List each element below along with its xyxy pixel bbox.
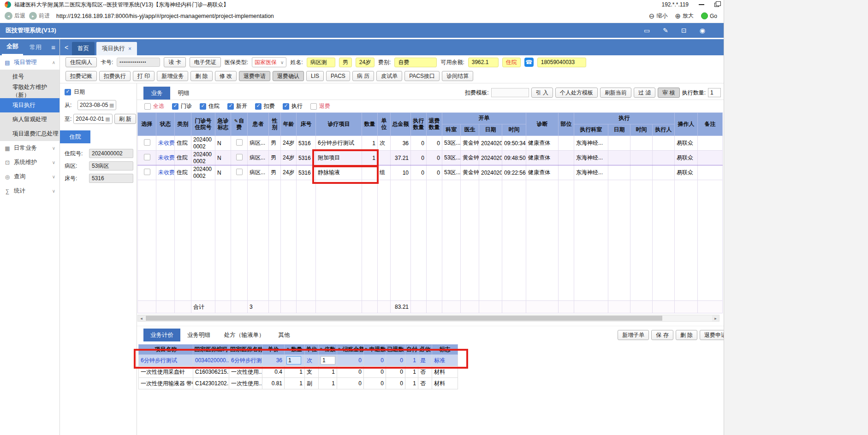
insurance-type-select[interactable]: 国家医保 ∨: [252, 57, 286, 67]
tab-业务明细[interactable]: 业务明细: [180, 329, 217, 341]
detail-row[interactable]: 6分钟步行测试0034020000...6分钟步行测...36次0001是标准: [139, 355, 458, 366]
date-filter-checkbox[interactable]: [65, 89, 71, 95]
go-button[interactable]: Go: [701, 12, 717, 19]
personal-template-button[interactable]: 个人处方模板: [555, 88, 598, 98]
refresh-current-button[interactable]: 刷新当前: [600, 88, 631, 98]
toolbar-button-打印[interactable]: 打 印: [133, 71, 155, 81]
toolbar-button-修改[interactable]: 修 改: [215, 71, 237, 81]
multiplier-input[interactable]: [321, 356, 335, 364]
audit-button[interactable]: 审 核: [658, 88, 679, 98]
toolbar-button-PACS[interactable]: PACS: [326, 71, 350, 81]
checkbox-icon[interactable]: [255, 103, 262, 110]
close-icon[interactable]: ×: [128, 46, 131, 52]
toolbar-button-皮试单[interactable]: 皮试单: [376, 71, 402, 81]
scroll-left-arrow-icon[interactable]: ◂: [138, 315, 145, 321]
filter-button[interactable]: 过 滤: [634, 88, 655, 98]
detail-button-退费申请[interactable]: 退费申请: [700, 330, 724, 340]
toolbar-button-退费确认[interactable]: 退费确认: [273, 71, 304, 81]
date-from-input[interactable]: [80, 102, 109, 108]
read-card-button[interactable]: 读 卡: [164, 57, 185, 67]
filter-checkbox-执行[interactable]: 执行: [283, 102, 303, 110]
filter-checkbox-新开[interactable]: 新开: [227, 102, 247, 110]
card-number-input[interactable]: [117, 58, 160, 67]
detail-button-删除[interactable]: 删 除: [676, 330, 697, 340]
date-to-input[interactable]: [76, 116, 105, 122]
calendar-icon[interactable]: ▦: [109, 102, 114, 108]
checkbox-icon[interactable]: [310, 103, 317, 110]
sidebar-item-零散处方维护（新）[interactable]: 零散处方维护（新）: [0, 84, 59, 98]
grid-row[interactable]: 未收费住院2024000002N病区...男24岁53166分钟步行测试1次36…: [138, 136, 723, 151]
toolbar-button-扣费记账[interactable]: 扣费记账: [65, 71, 97, 81]
zoom-in-button[interactable]: ⊕ 放大: [675, 12, 694, 20]
minimize-icon[interactable]: [699, 4, 704, 5]
sidebar-group-统计[interactable]: ∑统计∨: [0, 184, 59, 198]
toolbar-button-病历[interactable]: 病 历: [352, 71, 374, 81]
detail-row[interactable]: 一次性使用采血针C160306215...一次性使用...0.41支10001否…: [139, 366, 458, 378]
grid-row[interactable]: 未收费住院2024000002N病区...男24岁5316静脉输液组100053…: [138, 165, 723, 180]
sidebar-tab-常用[interactable]: 常用: [25, 39, 46, 55]
sidebar-item-项目退费汇总处理[interactable]: 项目退费汇总处理: [0, 127, 59, 141]
refresh-button[interactable]: 刷 新: [114, 114, 136, 124]
filter-checkbox-住院[interactable]: 住院: [200, 102, 220, 110]
sidebar-item-病人留观处理[interactable]: 病人留观处理: [0, 112, 59, 127]
eye-icon[interactable]: ◉: [700, 27, 705, 34]
scroll-right-arrow-icon[interactable]: ▸: [712, 315, 719, 321]
filter-checkbox-门诊[interactable]: 门诊: [172, 102, 192, 110]
checkbox-icon[interactable]: [227, 103, 234, 110]
sidebar-group-项目管理[interactable]: ▤项目管理∧: [0, 55, 59, 70]
tab-处方（输液单）[interactable]: 处方（输液单）: [217, 329, 272, 341]
forward-button[interactable]: ▸ 前进: [29, 12, 50, 20]
checkbox-icon[interactable]: [200, 103, 206, 110]
scrollbar-thumb[interactable]: [146, 316, 662, 321]
export-icon[interactable]: ⊡: [681, 27, 687, 34]
date-to-field[interactable]: ▦: [73, 114, 112, 124]
tab-明细[interactable]: 明细: [170, 87, 197, 100]
sidebar-collapse-icon[interactable]: ≡: [51, 39, 59, 55]
fee-template-input[interactable]: [491, 88, 529, 97]
checkbox-icon[interactable]: [172, 103, 178, 110]
checkbox-icon[interactable]: [236, 139, 243, 146]
tab-首页[interactable]: 首页: [72, 42, 95, 55]
sidebar-group-日常业务[interactable]: ▦日常业务∨: [0, 141, 59, 155]
tab-业务[interactable]: 业务: [143, 87, 170, 100]
tab-业务计价[interactable]: 业务计价: [143, 329, 180, 341]
filter-checkbox-扣费[interactable]: 扣费: [255, 102, 275, 110]
tab-项目执行[interactable]: 项目执行×: [96, 42, 137, 55]
detail-row[interactable]: 一次性使用输液器 带针C142301202...一次性使用...0.811副10…: [139, 378, 458, 389]
monitor-icon[interactable]: ▭: [644, 27, 650, 34]
toolbar-button-新增业务[interactable]: 新增业务: [157, 71, 188, 81]
zoom-out-button[interactable]: ⊖ 缩小: [649, 12, 668, 20]
toolbar-button-诊间结算[interactable]: 诊间结算: [442, 71, 473, 81]
grid-row[interactable]: 未收费住院2024000002N病区...男24岁5316附加项目137.210…: [138, 151, 723, 165]
toolbar-button-删除[interactable]: 删 除: [190, 71, 212, 81]
tab-scroll-left-icon[interactable]: <: [63, 44, 70, 51]
quantity-input[interactable]: [286, 356, 301, 364]
checkbox-icon[interactable]: [236, 169, 243, 175]
back-button[interactable]: ◂ 后退: [5, 12, 25, 20]
checkbox-icon[interactable]: [283, 103, 289, 110]
exec-count-input[interactable]: [708, 88, 721, 97]
toolbar-button-扣费执行[interactable]: 扣费执行: [99, 71, 131, 81]
filter-checkbox-全选[interactable]: 全选: [144, 102, 164, 110]
detail-button-保存[interactable]: 保 存: [651, 330, 673, 340]
restore-icon[interactable]: [714, 3, 719, 7]
sidebar-group-系统维护[interactable]: ⊡系统维护∨: [0, 155, 59, 170]
date-from-field[interactable]: ▦: [77, 100, 116, 110]
checkbox-icon[interactable]: [144, 139, 150, 146]
sidebar-group-查询[interactable]: ◎查询∨: [0, 170, 59, 184]
address-url[interactable]: http://192.168.189.187:8000/his-yj/app/#…: [56, 13, 274, 19]
checkbox-icon[interactable]: [236, 154, 243, 160]
inpatient-patient-button[interactable]: 住院病人: [65, 57, 97, 67]
filter-checkbox-退费[interactable]: 退费: [310, 102, 330, 110]
detail-button-新增子单[interactable]: 新增子单: [618, 330, 649, 340]
calendar-icon[interactable]: ▦: [105, 116, 110, 122]
sidebar-item-项目执行[interactable]: 项目执行: [0, 98, 59, 112]
toolbar-button-LIS[interactable]: LIS: [306, 71, 324, 81]
edit-icon[interactable]: ✎: [663, 27, 668, 34]
tab-inpatient[interactable]: 住院: [60, 130, 90, 143]
checkbox-icon[interactable]: [144, 103, 151, 110]
sidebar-item-挂号[interactable]: 挂号: [0, 70, 59, 84]
checkbox-icon[interactable]: [144, 154, 150, 160]
toolbar-button-退费申请[interactable]: 退费申请: [239, 71, 270, 81]
sidebar-tab-全部[interactable]: 全部: [2, 39, 23, 55]
